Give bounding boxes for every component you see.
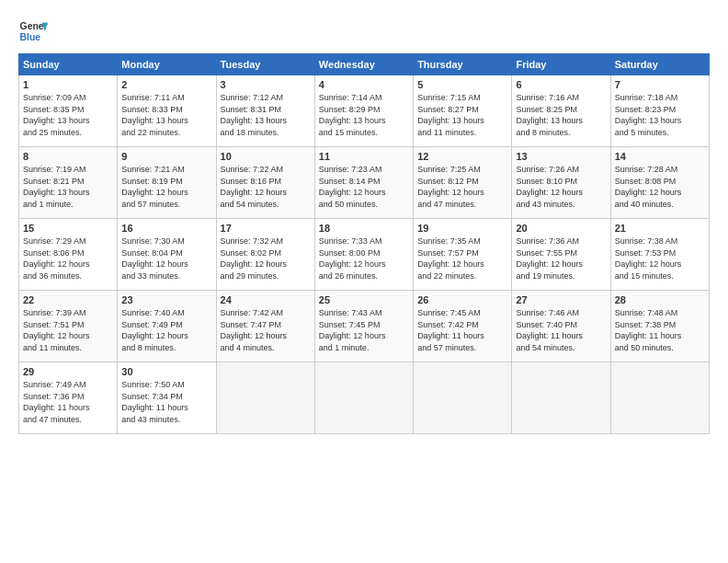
day-number: 25 xyxy=(319,294,409,305)
calendar-cell: 7Sunrise: 7:18 AM Sunset: 8:23 PM Daylig… xyxy=(610,75,709,147)
calendar-cell: 6Sunrise: 7:16 AM Sunset: 8:25 PM Daylig… xyxy=(512,75,610,147)
day-number: 14 xyxy=(615,151,705,162)
day-info: Sunrise: 7:33 AM Sunset: 8:00 PM Dayligh… xyxy=(319,236,409,282)
day-number: 12 xyxy=(417,151,507,162)
day-info: Sunrise: 7:22 AM Sunset: 8:16 PM Dayligh… xyxy=(221,164,311,210)
day-info: Sunrise: 7:49 AM Sunset: 7:36 PM Dayligh… xyxy=(23,379,113,425)
day-info: Sunrise: 7:09 AM Sunset: 8:35 PM Dayligh… xyxy=(23,92,113,138)
calendar-cell xyxy=(216,362,314,434)
calendar-cell xyxy=(610,362,709,434)
calendar-cell: 22Sunrise: 7:39 AM Sunset: 7:51 PM Dayli… xyxy=(19,291,118,362)
calendar-cell: 26Sunrise: 7:45 AM Sunset: 7:42 PM Dayli… xyxy=(414,291,512,362)
day-info: Sunrise: 7:23 AM Sunset: 8:14 PM Dayligh… xyxy=(319,164,409,210)
day-info: Sunrise: 7:29 AM Sunset: 8:06 PM Dayligh… xyxy=(23,236,113,282)
page: General Blue SundayMondayTuesdayWednesda… xyxy=(0,0,728,563)
day-number: 23 xyxy=(121,294,211,305)
weekday-header: Monday xyxy=(118,54,216,75)
calendar-cell: 29Sunrise: 7:49 AM Sunset: 7:36 PM Dayli… xyxy=(19,362,118,434)
calendar-table: SundayMondayTuesdayWednesdayThursdayFrid… xyxy=(18,53,710,434)
weekday-header: Friday xyxy=(512,54,610,75)
day-info: Sunrise: 7:50 AM Sunset: 7:34 PM Dayligh… xyxy=(121,379,211,425)
day-number: 20 xyxy=(516,223,606,234)
day-info: Sunrise: 7:25 AM Sunset: 8:12 PM Dayligh… xyxy=(417,164,507,210)
weekday-header: Tuesday xyxy=(216,54,314,75)
calendar-cell xyxy=(512,362,610,434)
calendar-cell: 8Sunrise: 7:19 AM Sunset: 8:21 PM Daylig… xyxy=(19,147,118,219)
logo: General Blue xyxy=(18,17,48,46)
calendar-cell: 27Sunrise: 7:46 AM Sunset: 7:40 PM Dayli… xyxy=(512,291,610,362)
day-number: 29 xyxy=(23,366,113,377)
calendar-cell xyxy=(314,362,413,434)
calendar-cell: 2Sunrise: 7:11 AM Sunset: 8:33 PM Daylig… xyxy=(118,75,216,147)
day-info: Sunrise: 7:16 AM Sunset: 8:25 PM Dayligh… xyxy=(516,92,606,138)
calendar-cell: 18Sunrise: 7:33 AM Sunset: 8:00 PM Dayli… xyxy=(314,219,413,291)
day-number: 2 xyxy=(121,79,211,90)
day-number: 5 xyxy=(417,79,507,90)
calendar-cell: 3Sunrise: 7:12 AM Sunset: 8:31 PM Daylig… xyxy=(216,75,314,147)
calendar-cell: 25Sunrise: 7:43 AM Sunset: 7:45 PM Dayli… xyxy=(314,291,413,362)
day-number: 18 xyxy=(319,223,409,234)
calendar-cell: 11Sunrise: 7:23 AM Sunset: 8:14 PM Dayli… xyxy=(314,147,413,219)
day-info: Sunrise: 7:14 AM Sunset: 8:29 PM Dayligh… xyxy=(319,92,409,138)
calendar-cell: 1Sunrise: 7:09 AM Sunset: 8:35 PM Daylig… xyxy=(19,75,118,147)
calendar-cell: 16Sunrise: 7:30 AM Sunset: 8:04 PM Dayli… xyxy=(118,219,216,291)
calendar-cell: 21Sunrise: 7:38 AM Sunset: 7:53 PM Dayli… xyxy=(610,219,709,291)
day-info: Sunrise: 7:21 AM Sunset: 8:19 PM Dayligh… xyxy=(121,164,211,210)
day-info: Sunrise: 7:15 AM Sunset: 8:27 PM Dayligh… xyxy=(417,92,507,138)
calendar-cell: 14Sunrise: 7:28 AM Sunset: 8:08 PM Dayli… xyxy=(610,147,709,219)
calendar-cell: 15Sunrise: 7:29 AM Sunset: 8:06 PM Dayli… xyxy=(19,219,118,291)
day-info: Sunrise: 7:32 AM Sunset: 8:02 PM Dayligh… xyxy=(221,236,311,282)
calendar-cell: 10Sunrise: 7:22 AM Sunset: 8:16 PM Dayli… xyxy=(216,147,314,219)
day-number: 22 xyxy=(23,294,113,305)
day-number: 17 xyxy=(221,223,311,234)
day-number: 3 xyxy=(221,79,311,90)
day-number: 1 xyxy=(23,79,113,90)
weekday-header: Wednesday xyxy=(314,54,413,75)
day-number: 30 xyxy=(121,366,211,377)
day-info: Sunrise: 7:48 AM Sunset: 7:38 PM Dayligh… xyxy=(615,307,705,353)
day-info: Sunrise: 7:35 AM Sunset: 7:57 PM Dayligh… xyxy=(417,236,507,282)
day-number: 16 xyxy=(121,223,211,234)
svg-text:Blue: Blue xyxy=(20,32,41,42)
calendar-cell: 20Sunrise: 7:36 AM Sunset: 7:55 PM Dayli… xyxy=(512,219,610,291)
logo-icon: General Blue xyxy=(18,17,48,46)
calendar-cell xyxy=(414,362,512,434)
day-info: Sunrise: 7:30 AM Sunset: 8:04 PM Dayligh… xyxy=(121,236,211,282)
day-info: Sunrise: 7:42 AM Sunset: 7:47 PM Dayligh… xyxy=(221,307,311,353)
day-number: 28 xyxy=(615,294,705,305)
day-info: Sunrise: 7:38 AM Sunset: 7:53 PM Dayligh… xyxy=(615,236,705,282)
day-number: 9 xyxy=(121,151,211,162)
calendar-cell: 9Sunrise: 7:21 AM Sunset: 8:19 PM Daylig… xyxy=(118,147,216,219)
day-number: 27 xyxy=(516,294,606,305)
day-info: Sunrise: 7:19 AM Sunset: 8:21 PM Dayligh… xyxy=(23,164,113,210)
day-number: 24 xyxy=(221,294,311,305)
weekday-header: Sunday xyxy=(19,54,118,75)
day-info: Sunrise: 7:26 AM Sunset: 8:10 PM Dayligh… xyxy=(516,164,606,210)
day-info: Sunrise: 7:45 AM Sunset: 7:42 PM Dayligh… xyxy=(417,307,507,353)
day-info: Sunrise: 7:40 AM Sunset: 7:49 PM Dayligh… xyxy=(121,307,211,353)
day-info: Sunrise: 7:46 AM Sunset: 7:40 PM Dayligh… xyxy=(516,307,606,353)
calendar-cell: 28Sunrise: 7:48 AM Sunset: 7:38 PM Dayli… xyxy=(610,291,709,362)
day-number: 13 xyxy=(516,151,606,162)
header: General Blue xyxy=(18,17,710,46)
weekday-header: Saturday xyxy=(610,54,709,75)
calendar-cell: 30Sunrise: 7:50 AM Sunset: 7:34 PM Dayli… xyxy=(118,362,216,434)
calendar-cell: 4Sunrise: 7:14 AM Sunset: 8:29 PM Daylig… xyxy=(314,75,413,147)
day-number: 8 xyxy=(23,151,113,162)
day-number: 19 xyxy=(417,223,507,234)
calendar-cell: 24Sunrise: 7:42 AM Sunset: 7:47 PM Dayli… xyxy=(216,291,314,362)
day-info: Sunrise: 7:28 AM Sunset: 8:08 PM Dayligh… xyxy=(615,164,705,210)
calendar-cell: 5Sunrise: 7:15 AM Sunset: 8:27 PM Daylig… xyxy=(414,75,512,147)
day-number: 11 xyxy=(319,151,409,162)
day-number: 4 xyxy=(319,79,409,90)
calendar-cell: 12Sunrise: 7:25 AM Sunset: 8:12 PM Dayli… xyxy=(414,147,512,219)
day-number: 26 xyxy=(417,294,507,305)
day-info: Sunrise: 7:18 AM Sunset: 8:23 PM Dayligh… xyxy=(615,92,705,138)
calendar-cell: 19Sunrise: 7:35 AM Sunset: 7:57 PM Dayli… xyxy=(414,219,512,291)
day-info: Sunrise: 7:11 AM Sunset: 8:33 PM Dayligh… xyxy=(121,92,211,138)
day-number: 7 xyxy=(615,79,705,90)
day-info: Sunrise: 7:39 AM Sunset: 7:51 PM Dayligh… xyxy=(23,307,113,353)
weekday-header: Thursday xyxy=(414,54,512,75)
day-number: 15 xyxy=(23,223,113,234)
calendar-cell: 23Sunrise: 7:40 AM Sunset: 7:49 PM Dayli… xyxy=(118,291,216,362)
